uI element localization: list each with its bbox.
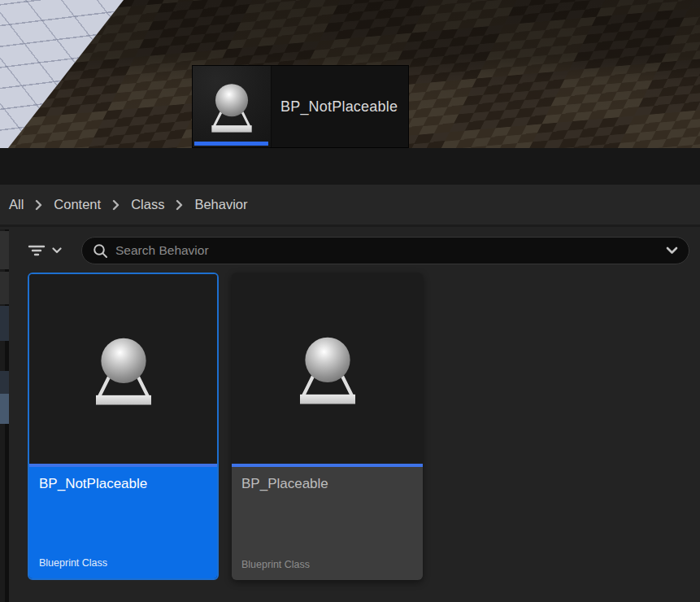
search-options-chevron-icon[interactable] [666,246,678,255]
asset-name: BP_Placeable [241,476,413,492]
filter-icon [27,242,46,260]
asset-name: BP_NotPlaceable [39,476,207,492]
chevron-right-icon [35,199,42,211]
drag-preview-type-color-bar [194,142,268,146]
asset-tile-bp-placeable[interactable]: BP_Placeable Blueprint Class [232,273,423,580]
chevron-right-icon [112,199,120,211]
asset-tile-bp-notplaceable[interactable]: BP_NotPlaceable Blueprint Class [28,273,219,580]
search-bar[interactable] [81,237,689,264]
sources-panel-edge [0,229,9,602]
asset-tile-footer: BP_NotPlaceable Blueprint Class [29,467,217,578]
blueprint-sphere-icon [82,328,165,411]
blueprint-sphere-icon [286,327,369,410]
chevron-down-icon [52,247,62,254]
sources-panel-item[interactable] [0,371,9,394]
breadcrumb-item-all[interactable]: All [4,194,28,216]
breadcrumb: All Content Class Behavior [0,185,700,227]
sources-panel-item[interactable] [0,306,9,341]
drag-preview-label: BP_NotPlaceable [272,66,408,147]
breadcrumb-item-content[interactable]: Content [49,194,106,216]
content-browser: BP_NotPlaceable Blueprint Class BP_Place… [0,229,700,602]
sources-panel-item[interactable] [0,394,9,424]
blueprint-sphere-icon [202,76,262,137]
drag-preview-tooltip: BP_NotPlaceable [192,65,409,148]
filter-button[interactable] [27,238,62,263]
breadcrumb-item-behavior[interactable]: Behavior [189,194,252,216]
unreal-editor-screen: BP_NotPlaceable All Content Class Behavi… [0,0,700,602]
asset-thumbnail [232,273,423,464]
asset-tile-footer: BP_Placeable Blueprint Class [232,467,423,580]
asset-type-label: Blueprint Class [39,557,207,569]
sources-panel-item[interactable] [0,272,9,304]
sources-panel-item[interactable] [0,231,9,269]
search-input[interactable] [115,243,659,258]
asset-thumbnail [29,274,217,464]
drag-preview-thumbnail [193,66,272,147]
chevron-right-icon [176,199,183,211]
asset-type-label: Blueprint Class [241,559,413,570]
breadcrumb-item-class[interactable]: Class [126,194,169,216]
panel-gap-strip [0,148,700,185]
search-icon [93,243,108,259]
